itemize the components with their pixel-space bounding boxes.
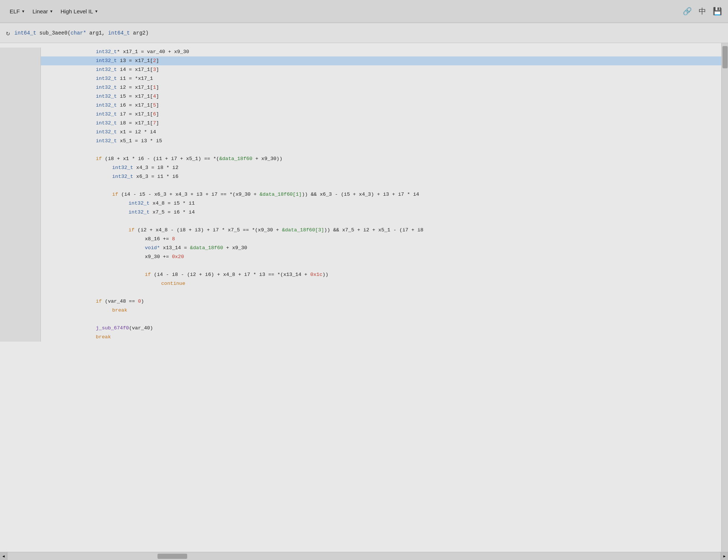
line-content: int32_t i3 = x17_1[2] <box>41 56 721 65</box>
func-name: sub_3aee0( <box>39 30 71 36</box>
line-content: if (var_48 == 0) <box>41 297 147 306</box>
code-line: if (i2 + x4_8 - (i8 + i3) + i7 * x7_5 ==… <box>0 226 721 235</box>
line-gutter <box>0 297 41 306</box>
line-content: int32_t i4 = x17_1[3] <box>41 65 162 74</box>
line-content: break <box>41 333 114 342</box>
code-line: int32_t i1 = *x17_1 <box>0 74 721 83</box>
code-line <box>0 288 721 297</box>
line-content: int32_t i5 = x17_1[4] <box>41 92 162 101</box>
toolbar-linear[interactable]: Linear ▼ <box>29 7 57 16</box>
reload-icon[interactable]: ↻ <box>6 29 10 37</box>
code-line: break <box>0 333 721 342</box>
link-icon[interactable]: 🔗 <box>683 7 692 16</box>
line-content: continue <box>41 279 188 288</box>
code-line: int32_t x7_5 = i6 * i4 <box>0 208 721 217</box>
code-line: if (i4 - i8 - (i2 + i6) + x4_8 + i7 * i3… <box>0 270 721 279</box>
scroll-track[interactable] <box>7 552 721 560</box>
line-content <box>41 181 50 190</box>
line-gutter <box>0 315 41 324</box>
line-gutter <box>0 56 41 65</box>
line-content: break <box>41 306 130 315</box>
line-content: int32_t i8 = x17_1[7] <box>41 119 162 128</box>
line-gutter <box>0 65 41 74</box>
return-type: int64_t <box>14 30 36 36</box>
code-line: break <box>0 306 721 315</box>
highlevel-label: High Level IL <box>61 8 93 14</box>
line-content <box>41 315 50 324</box>
line-content <box>41 288 50 297</box>
code-line: int32_t x6_3 = i1 * i6 <box>0 172 721 181</box>
line-content: int32_t x5_1 = i3 * i5 <box>41 137 165 146</box>
code-line: int32_t* x17_1 = var_40 + x9_30 <box>0 48 721 56</box>
line-gutter <box>0 48 41 56</box>
code-line <box>0 217 721 226</box>
func-signature: int64_t sub_3aee0(char* arg1, int64_t ar… <box>14 30 149 36</box>
save-icon[interactable]: 💾 <box>713 7 722 16</box>
vertical-scrollbar[interactable] <box>721 43 728 552</box>
code-line <box>0 146 721 154</box>
line-gutter <box>0 181 41 190</box>
line-content <box>41 261 50 270</box>
line-content: int32_t* x17_1 = var_40 + x9_30 <box>41 48 192 56</box>
code-line: if (var_48 == 0) <box>0 297 721 306</box>
code-line: int32_t x4_3 = i8 * i2 <box>0 163 721 172</box>
line-gutter <box>0 119 41 128</box>
line-gutter <box>0 190 41 199</box>
line-gutter <box>0 261 41 270</box>
line-content: int32_t x4_8 = i5 * i1 <box>41 199 198 208</box>
scroll-left-button[interactable]: ◀ <box>0 552 7 560</box>
line-gutter <box>0 208 41 217</box>
line-gutter <box>0 146 41 154</box>
toolbar-elf[interactable]: ELF ▼ <box>6 7 29 16</box>
line-gutter <box>0 92 41 101</box>
code-scroll[interactable]: int32_t* x17_1 = var_40 + x9_30 int32_t … <box>0 43 721 552</box>
line-content: int32_t i1 = *x17_1 <box>41 74 156 83</box>
line-content: if (i8 + x1 * i6 - (i1 + i7 + x5_1) == *… <box>41 154 285 163</box>
code-line: x8_16 += 8 <box>0 235 721 244</box>
code-line: int32_t x4_8 = i5 * i1 <box>0 199 721 208</box>
line-gutter <box>0 244 41 253</box>
line-content: j_sub_674f0(var_40) <box>41 324 156 333</box>
code-line: int32_t x5_1 = i3 * i5 <box>0 137 721 146</box>
line-content: x9_30 += 0x20 <box>41 253 187 261</box>
line-gutter <box>0 235 41 244</box>
line-content <box>41 217 50 226</box>
code-line: int32_t i2 = x17_1[1] <box>0 83 721 92</box>
linear-chevron-icon: ▼ <box>49 9 53 13</box>
line-gutter <box>0 101 41 110</box>
line-gutter <box>0 217 41 226</box>
line-content: if (i2 + x4_8 - (i8 + i3) + i7 * x7_5 ==… <box>41 226 426 235</box>
right-arrow-icon: ▶ <box>723 554 725 559</box>
line-gutter <box>0 288 41 297</box>
code-line: int32_t i6 = x17_1[5] <box>0 101 721 110</box>
line-gutter <box>0 163 41 172</box>
line-content <box>41 146 50 154</box>
scrollbar-thumb[interactable] <box>722 46 728 68</box>
line-gutter <box>0 199 41 208</box>
line-content: int32_t x6_3 = i1 * i6 <box>41 172 181 181</box>
highlevel-chevron-icon: ▼ <box>95 9 98 13</box>
line-content: int32_t i2 = x17_1[1] <box>41 83 162 92</box>
scroll-right-button[interactable]: ▶ <box>721 552 728 560</box>
func-bar: ↻ int64_t sub_3aee0(char* arg1, int64_t … <box>0 23 728 43</box>
line-content: int32_t x1 = i2 * i4 <box>41 128 159 137</box>
toolbar-left: ELF ▼ Linear ▼ High Level IL ▼ <box>6 7 683 16</box>
line-gutter <box>0 333 41 342</box>
toolbar-right: 🔗 中 💾 <box>683 6 722 16</box>
line-gutter <box>0 226 41 235</box>
line-content: if (i4 - i5 - x6_3 + x4_3 + i3 + i7 == *… <box>41 190 422 199</box>
scroll-thumb[interactable] <box>157 554 187 559</box>
code-line: continue <box>0 279 721 288</box>
line-content: int32_t x7_5 = i6 * i4 <box>41 208 198 217</box>
code-line: if (i4 - i5 - x6_3 + x4_3 + i3 + i7 == *… <box>0 190 721 199</box>
toolbar-highlevel[interactable]: High Level IL ▼ <box>57 7 102 16</box>
code-line: if (i8 + x1 * i6 - (i1 + i7 + x5_1) == *… <box>0 154 721 163</box>
line-gutter <box>0 128 41 137</box>
code-line: int32_t i5 = x17_1[4] <box>0 92 721 101</box>
elf-label: ELF <box>10 8 20 14</box>
bottom-scrollbar-bar: ◀ ▶ <box>0 552 728 560</box>
code-line: int32_t i7 = x17_1[6] <box>0 110 721 119</box>
line-content: int32_t i7 = x17_1[6] <box>41 110 162 119</box>
chinese-icon[interactable]: 中 <box>699 6 706 16</box>
code-line: int32_t i8 = x17_1[7] <box>0 119 721 128</box>
